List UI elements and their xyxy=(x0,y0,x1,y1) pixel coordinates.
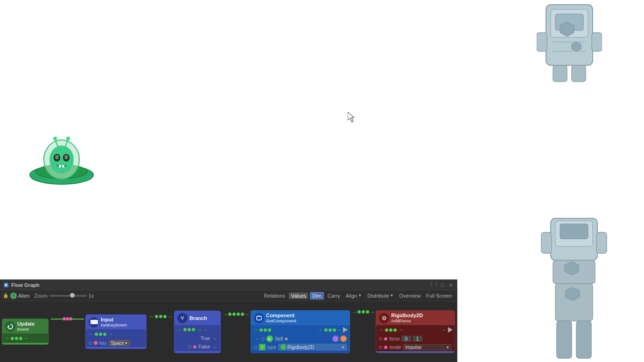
toolbar-distribute-btn[interactable]: Distribute ▼ xyxy=(365,292,395,299)
panel-controls: ⋮⋮ □ × xyxy=(431,282,454,288)
svg-rect-4 xyxy=(592,33,602,51)
svg-point-27 xyxy=(64,155,68,160)
type-dropdown[interactable]: Rigidbody2D ▼ xyxy=(278,344,347,350)
toolbar-fullscreen-btn[interactable]: Full Screen xyxy=(424,292,454,299)
robot-sprite-bottom xyxy=(539,214,609,362)
mode-value: Impulse xyxy=(405,345,421,350)
force-x-input[interactable] xyxy=(402,336,411,341)
svg-rect-13 xyxy=(596,232,607,253)
lock-icon: 🔒 xyxy=(3,293,8,298)
toolbar-carry-btn[interactable]: Carry xyxy=(326,292,342,299)
svg-marker-38 xyxy=(8,325,10,327)
zoom-slider[interactable] xyxy=(49,295,87,297)
key-dropdown[interactable]: Space ▼ xyxy=(109,340,130,346)
component-title: Component xyxy=(266,313,296,319)
panel-toolbar: 🔒 Alien Zoom 1x Relations Values Dim Car… xyxy=(0,290,457,301)
component-subtitle: GetComponent xyxy=(266,319,296,323)
panel-maximize-btn[interactable]: □ xyxy=(439,282,446,288)
svg-rect-5 xyxy=(553,65,567,82)
node-branch[interactable]: ⑂ Branch → → → T xyxy=(174,311,221,353)
flow-graph-panel: Flow Graph ⋮⋮ □ × 🔒 Alien Zoom 1x xyxy=(0,279,457,362)
alien-character xyxy=(28,126,96,191)
input-title: Input xyxy=(101,317,127,323)
svg-rect-29 xyxy=(62,165,64,167)
alien-label: Alien xyxy=(18,293,29,299)
svg-point-37 xyxy=(13,294,15,297)
type-label: type xyxy=(267,345,276,350)
true-label: True xyxy=(201,336,210,341)
self-label: Self xyxy=(275,336,283,341)
toolbar-overview-btn[interactable]: Overview xyxy=(398,292,423,299)
svg-rect-16 xyxy=(557,321,572,358)
toolbar-values-btn[interactable]: Values xyxy=(289,292,308,299)
zoom-section: Zoom 1x xyxy=(34,293,94,299)
panel-menu-btn[interactable]: ⋮⋮ xyxy=(431,282,437,288)
zoom-label: Zoom xyxy=(34,293,47,299)
svg-point-33 xyxy=(66,137,70,140)
key-value: Space xyxy=(111,341,124,346)
node-update[interactable]: Update Event → → xyxy=(2,319,49,345)
alien-badge: Alien xyxy=(10,292,29,299)
svg-marker-8 xyxy=(572,42,581,51)
branch-title: Branch xyxy=(189,315,207,321)
alien-dot-icon xyxy=(10,292,17,299)
rigidbody-subtitle: AddForce xyxy=(391,319,423,323)
key-label: key xyxy=(99,341,107,346)
panel-close-btn[interactable]: × xyxy=(448,282,454,288)
svg-rect-3 xyxy=(537,33,547,51)
zoom-value: 1x xyxy=(89,293,94,299)
type-value: Rigidbody2D xyxy=(287,345,314,350)
force-y-input[interactable] xyxy=(413,336,422,341)
toolbar-align-btn[interactable]: Align ▼ xyxy=(344,292,364,299)
svg-rect-11 xyxy=(560,224,588,239)
node-rigidbody[interactable]: ⊙ Rigidbody2D AddForce → → → xyxy=(376,310,455,353)
zoom-thumb xyxy=(70,293,75,298)
input-subtitle: GetKeyDown xyxy=(101,323,127,327)
svg-rect-28 xyxy=(59,165,61,167)
node-component[interactable]: Component GetComponent → → xyxy=(251,310,350,353)
svg-rect-12 xyxy=(541,232,552,253)
svg-point-23 xyxy=(49,146,74,174)
panel-title: Flow Graph xyxy=(11,282,431,288)
flow-graph-icon xyxy=(3,282,9,288)
panel-titlebar: Flow Graph ⋮⋮ □ × xyxy=(0,280,457,290)
mode-label: mode xyxy=(389,345,401,350)
svg-rect-39 xyxy=(257,316,261,320)
svg-point-31 xyxy=(53,137,57,140)
toolbar-dim-btn[interactable]: Dim xyxy=(310,292,324,299)
svg-rect-6 xyxy=(572,65,586,82)
svg-text:⟲: ⟲ xyxy=(267,337,271,341)
robot-sprite-top xyxy=(537,0,602,84)
toolbar-relations-btn[interactable]: Relations xyxy=(262,292,287,299)
update-title: Update xyxy=(17,321,35,327)
flow-graph-nodes: Update Event → → xyxy=(0,301,457,362)
force-label: force xyxy=(389,336,399,341)
rigidbody-title: Rigidbody2D xyxy=(391,313,423,319)
update-subtitle: Event xyxy=(17,327,35,332)
node-input[interactable]: ⌨ Input GetKeyDown → → xyxy=(85,314,147,349)
svg-rect-17 xyxy=(576,321,591,358)
svg-point-26 xyxy=(55,155,59,160)
false-label: False xyxy=(198,344,210,349)
mode-dropdown[interactable]: Impulse ▼ xyxy=(403,344,452,350)
